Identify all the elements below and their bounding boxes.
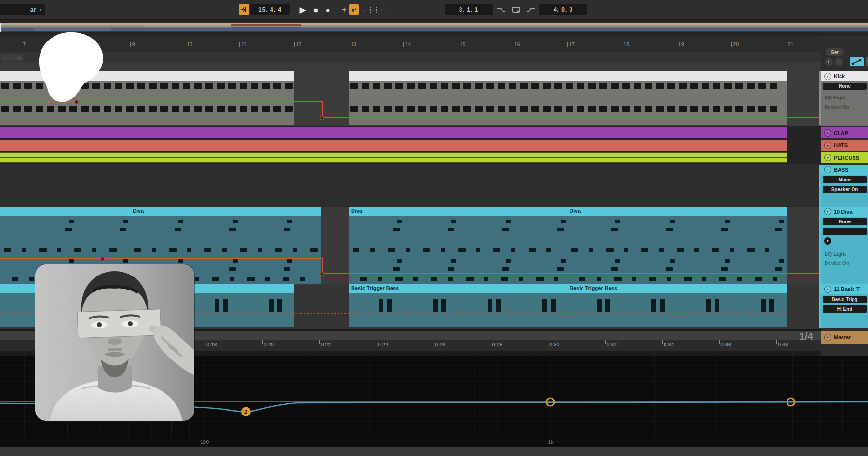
bass-clip-header[interactable]: Basic Trigger Bass: [349, 284, 567, 293]
time-ruler-label[interactable]: 0:36: [721, 342, 731, 347]
device-chooser-field[interactable]: [823, 228, 867, 235]
arrangement-position-display[interactable]: 15. 4. 4: [250, 4, 290, 15]
punch-in-button[interactable]: [495, 4, 507, 15]
re-enable-automation-button[interactable]: ←: [360, 4, 368, 15]
diva-automation-line-node[interactable]: [320, 272, 324, 276]
automation-mode-button[interactable]: [850, 57, 864, 66]
bar-ruler-number[interactable]: 21: [787, 41, 793, 47]
time-ruler-label[interactable]: 0:30: [549, 342, 559, 347]
time-ruler-label[interactable]: 0:24: [378, 342, 388, 347]
track-header-10-diva[interactable]: ▼10 Diva: [821, 207, 868, 217]
kick-clip-body[interactable]: [349, 81, 787, 125]
time-ruler-label[interactable]: 0:32: [607, 342, 617, 347]
track-header-clap[interactable]: ▶CLAP: [821, 127, 868, 138]
overview-viewport[interactable]: [0, 23, 823, 32]
diva-automation-line[interactable]: [322, 273, 820, 274]
bass-clip-body[interactable]: [567, 293, 787, 327]
play-button[interactable]: ▶: [297, 4, 309, 15]
loop-start-display[interactable]: 3. 1. 1: [445, 4, 493, 15]
bass-note: [433, 299, 438, 312]
stop-button[interactable]: ■: [310, 4, 322, 15]
time-ruler-label[interactable]: 0:20: [264, 342, 274, 347]
bar-ruler-number[interactable]: 19: [678, 41, 684, 47]
bar-ruler-number[interactable]: 13: [351, 41, 356, 47]
bass-automation-dotted-line[interactable]: [0, 180, 787, 180]
clap-clip[interactable]: [0, 127, 787, 138]
track-header-11-basic-t[interactable]: ▼11 Basic T: [821, 284, 868, 294]
loop-button[interactable]: [509, 4, 523, 15]
diva-clip-header[interactable]: Diva: [130, 207, 321, 216]
bar-ruler-number[interactable]: 9: [132, 41, 135, 47]
hats-clip[interactable]: [0, 140, 787, 151]
wave-icon[interactable]: ∿: [824, 166, 831, 173]
bar-ruler-number[interactable]: 16: [515, 41, 520, 47]
kick-automation-line-node[interactable]: [320, 116, 324, 120]
bar-ruler-number[interactable]: 20: [733, 41, 739, 47]
automation-arm-button[interactable]: o°: [349, 4, 359, 15]
percuss-stripe: [0, 153, 787, 157]
device-chooser-field[interactable]: None: [823, 83, 867, 90]
play-icon[interactable]: ▶: [824, 129, 831, 137]
track-header-kick[interactable]: ▼Kick: [821, 71, 868, 81]
diva-automation-line[interactable]: [0, 258, 322, 259]
set-button[interactable]: Set: [826, 48, 844, 56]
kick-automation-line[interactable]: [322, 117, 820, 118]
time-ruler-label[interactable]: 0:34: [664, 342, 674, 347]
pencil-mode-button[interactable]: ○: [379, 4, 387, 15]
percuss-clip[interactable]: [0, 152, 787, 163]
bass-clip-header[interactable]: Basic Trigger Bass: [567, 284, 787, 293]
scroll-left-chip[interactable]: ◁: [1, 54, 23, 61]
chevron-down-icon[interactable]: ▼: [824, 208, 831, 215]
diva-automation-line-node[interactable]: [100, 257, 105, 261]
device-chooser-field[interactable]: Hi End: [823, 305, 867, 313]
stop-icon[interactable]: ■: [824, 142, 831, 149]
diva-automation-line[interactable]: [322, 258, 323, 273]
marquee-mode-button[interactable]: [369, 4, 377, 15]
bar-ruler-number[interactable]: 14: [405, 41, 411, 47]
bar-ruler-number[interactable]: 18: [624, 41, 629, 47]
track-header-master[interactable]: ▶Master: [821, 331, 868, 344]
punch-out-button[interactable]: [525, 4, 537, 15]
fold-circle-icon[interactable]: ▼: [824, 237, 831, 245]
track-header-percuss[interactable]: ■PERCUSS: [821, 152, 868, 163]
diva-clip-header[interactable]: Diva: [567, 207, 787, 216]
bar-ruler-number[interactable]: 7: [23, 41, 26, 47]
time-ruler-label[interactable]: 0:38: [778, 342, 788, 347]
device-chooser-field[interactable]: Speaker On: [823, 186, 867, 193]
time-ruler-label[interactable]: 0:22: [321, 342, 331, 347]
time-ruler-label[interactable]: 0:26: [435, 342, 445, 347]
stop-icon[interactable]: ■: [824, 154, 831, 161]
quantize-menu[interactable]: ar ▼: [0, 4, 45, 15]
track-name: Master: [834, 334, 851, 340]
bar-ruler-number[interactable]: 11: [241, 41, 246, 47]
track-header-hats[interactable]: ■HATS: [821, 140, 868, 151]
time-ruler-label[interactable]: 0:28: [492, 342, 502, 347]
nudge-left-button[interactable]: +: [825, 58, 833, 66]
chevron-down-icon[interactable]: ▼: [824, 286, 831, 293]
bass-clip-body[interactable]: [349, 293, 567, 327]
play-icon[interactable]: ▶: [824, 334, 831, 341]
bar-ruler-number[interactable]: 15: [460, 41, 465, 47]
time-ruler-label[interactable]: 0:18: [206, 342, 217, 347]
device-chooser-field[interactable]: Basic Trigg: [823, 296, 867, 303]
sidebar-extra-button[interactable]: [866, 57, 868, 66]
diva-note: [247, 277, 255, 281]
nudge-right-button[interactable]: +: [835, 58, 843, 66]
add-button[interactable]: +: [340, 4, 349, 15]
kick-automation-line[interactable]: [322, 101, 323, 117]
follow-button[interactable]: [239, 4, 249, 15]
diva-clip-header[interactable]: Diva: [349, 207, 567, 216]
kick-clip-header[interactable]: [349, 71, 787, 81]
follow-icon: [240, 7, 248, 13]
chevron-down-icon[interactable]: ▼: [824, 73, 831, 80]
bar-ruler-number[interactable]: 17: [569, 41, 575, 47]
bar-ruler-number[interactable]: 10: [187, 41, 192, 47]
device-chooser-field[interactable]: Mixer: [823, 176, 867, 183]
device-chooser-field[interactable]: None: [823, 218, 867, 225]
track-header-bass[interactable]: ∿BASS: [821, 165, 868, 175]
diva-clip-header[interactable]: [0, 207, 130, 216]
bar-ruler-number[interactable]: 12: [296, 41, 302, 47]
loop-length-display[interactable]: 4. 0. 0: [539, 4, 587, 15]
record-button[interactable]: ●: [322, 4, 334, 15]
arrangement-overview[interactable]: [0, 23, 868, 32]
